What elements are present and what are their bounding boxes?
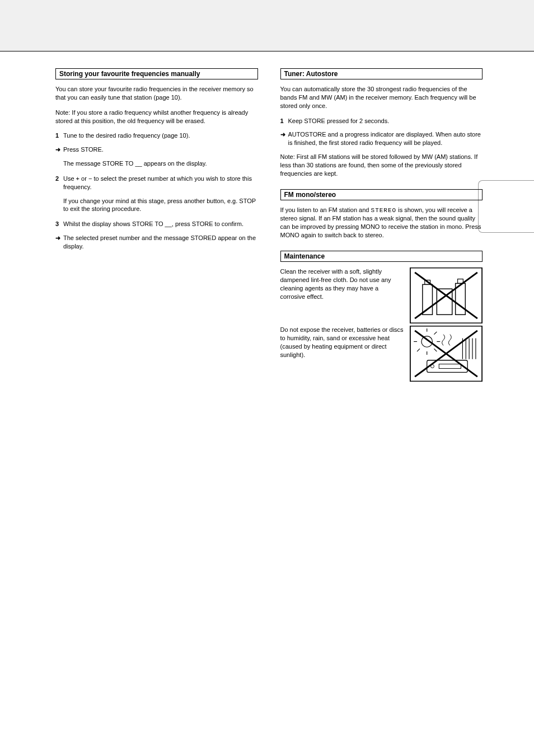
right-column: Tuner: Autostore You can automatically s… xyxy=(280,68,483,384)
manual-store-note: Note: If you store a radio frequency whi… xyxy=(55,109,258,125)
manual-store-step3a: Whilst the display shows STORE TO __, pr… xyxy=(63,220,243,227)
autostore-footnote: Note: First all FM stations will be stor… xyxy=(280,153,483,178)
manual-store-step1: 1Tune to the desired radio frequency (pa… xyxy=(55,132,258,140)
autostore-step1-sub: ➜AUTOSTORE and a progress indicator are … xyxy=(280,130,483,147)
fm-mono-text: If you listen to an FM station and STERE… xyxy=(280,206,483,240)
autostore-intro: You can automatically store the 30 stron… xyxy=(280,85,483,110)
arrow-icon: ➜ xyxy=(55,145,63,154)
manual-store-step1-sub: ➜Press STORE. xyxy=(55,145,258,154)
left-column: Storing your favourite frequencies manua… xyxy=(55,68,258,384)
manual-store-step1a: Tune to the desired radio frequency (pag… xyxy=(63,132,190,139)
main-content: Storing your favourite frequencies manua… xyxy=(0,51,534,384)
maintenance-heading: Maintenance xyxy=(280,251,483,262)
autostore-step1: 1Keep STORE pressed for 2 seconds. xyxy=(280,117,483,125)
arrow-icon: ➜ xyxy=(280,130,288,139)
fm-mono-heading: FM mono/stereo xyxy=(280,189,483,200)
manual-store-step2b: If you change your mind at this stage, p… xyxy=(55,197,258,214)
no-cleaning-agents-icon xyxy=(410,267,483,323)
manual-store-step2a: Use + or − to select the preset number a… xyxy=(63,175,252,190)
manual-store-step3b: The selected preset number and the messa… xyxy=(63,234,256,250)
step-number-2: 2 xyxy=(55,175,63,183)
autostore-step1a: Keep STORE pressed for 2 seconds. xyxy=(288,118,390,124)
side-tab xyxy=(478,180,534,233)
manual-store-step2: 2Use + or − to select the preset number … xyxy=(55,175,258,191)
autostore-heading: Tuner: Autostore xyxy=(280,68,483,79)
stereo-display-indicator: STEREO xyxy=(371,207,397,214)
manual-store-intro: You can store your favourite radio frequ… xyxy=(55,85,258,102)
step-number-3: 3 xyxy=(55,220,63,228)
header-bar xyxy=(0,0,534,51)
manual-store-step3-sub: ➜The selected preset number and the mess… xyxy=(55,234,258,251)
manual-store-step3: 3Whilst the display shows STORE TO __, p… xyxy=(55,220,258,228)
fm-mono-body: If you listen to an FM station and STERE… xyxy=(280,206,481,239)
manual-store-step1c: The message STORE TO __ appears on the d… xyxy=(55,159,258,168)
no-heat-humidity-icon xyxy=(410,326,483,382)
autostore-step1b: AUTOSTORE and a progress indicator are d… xyxy=(288,131,481,146)
manual-store-heading: Storing your favourite frequencies manua… xyxy=(55,68,258,79)
arrow-icon: ➜ xyxy=(55,234,63,242)
step-number-1: 1 xyxy=(55,132,63,140)
step-number-1: 1 xyxy=(280,117,288,125)
manual-store-step1b: Press STORE. xyxy=(63,146,104,153)
